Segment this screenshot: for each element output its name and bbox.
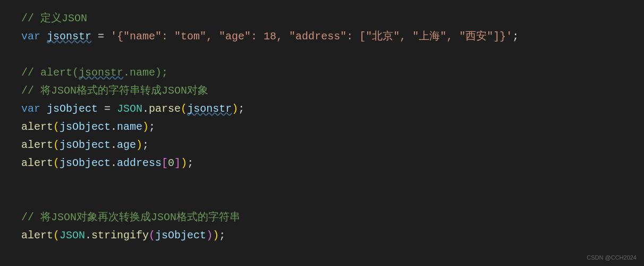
dot: . xyxy=(111,139,117,151)
code-line-5: var jsObject = JSON.parse(jsonstr); xyxy=(21,100,644,118)
variable-jsObject: jsObject xyxy=(60,121,111,133)
dot: . xyxy=(111,121,117,133)
semicolon: ; xyxy=(187,157,193,169)
close-paren-inner: ) xyxy=(206,229,213,242)
dot: . xyxy=(85,229,91,242)
code-line-9: // 将JSON对象再次转换成JSON格式的字符串 xyxy=(21,209,644,227)
function-stringify: stringify xyxy=(91,229,149,242)
code-editor[interactable]: // 定义JSON var jsonstr = '{"name": "tom",… xyxy=(21,10,644,245)
blank-line xyxy=(21,172,644,190)
function-alert: alert xyxy=(21,139,53,151)
open-paren: ( xyxy=(181,103,187,115)
comment-alert: alert xyxy=(40,66,72,79)
open-bracket: [ xyxy=(162,157,168,169)
code-line-8: alert(jsObject.address[0]); xyxy=(21,154,644,172)
equals: = xyxy=(91,30,111,43)
string-literal: '{"name": "tom", "age": 18, "address": [… xyxy=(111,30,512,43)
open-paren-inner: ( xyxy=(149,229,155,242)
object-json: JSON xyxy=(60,229,85,242)
function-alert: alert xyxy=(21,157,53,169)
function-alert: alert xyxy=(21,229,53,242)
close-paren: ) xyxy=(142,121,149,133)
close-bracket: ] xyxy=(174,157,181,169)
close-paren: ) xyxy=(181,157,187,169)
semicolon: ; xyxy=(512,30,519,43)
function-alert: alert xyxy=(21,121,53,133)
comment-jsonstr: jsonstr xyxy=(79,66,123,79)
watermark: CSDN @CCH2024 xyxy=(587,253,637,263)
code-line-1: // 定义JSON xyxy=(21,10,644,28)
code-line-10: alert(JSON.stringify(jsObject)); xyxy=(21,227,644,245)
semicolon: ; xyxy=(219,229,225,242)
variable-jsObject: jsObject xyxy=(60,139,111,151)
dot: . xyxy=(111,157,117,169)
variable-jsObject: jsObject xyxy=(60,157,111,169)
property-name: name xyxy=(117,121,142,133)
open-paren: ( xyxy=(53,157,60,169)
property-age: age xyxy=(117,139,136,151)
semicolon: ; xyxy=(238,103,244,115)
open-paren: ( xyxy=(53,139,60,151)
close-paren: ) xyxy=(232,103,238,115)
open-paren: ( xyxy=(53,229,60,242)
semicolon: ; xyxy=(149,121,155,133)
code-line-3: // alert(jsonstr.name); xyxy=(21,64,644,82)
open-paren: ( xyxy=(53,121,60,133)
blank-line xyxy=(21,46,644,64)
blank-line xyxy=(21,190,644,209)
close-paren: ) xyxy=(213,229,219,242)
comment: // 定义JSON xyxy=(21,12,87,24)
variable-jsObject: jsObject xyxy=(155,229,206,242)
code-line-4: // 将JSON格式的字符串转成JSON对象 xyxy=(21,82,644,100)
code-line-6: alert(jsObject.name); xyxy=(21,118,644,136)
keyword-var: var xyxy=(21,30,40,43)
equals: = xyxy=(98,103,117,115)
variable-jsonstr: jsonstr xyxy=(187,103,232,115)
comment-open: ( xyxy=(72,66,79,79)
code-line-2: var jsonstr = '{"name": "tom", "age": 18… xyxy=(21,28,644,46)
comment-rest: .name); xyxy=(123,66,168,79)
number-zero: 0 xyxy=(168,157,174,169)
property-address: address xyxy=(117,157,162,169)
object-json: JSON xyxy=(117,103,142,115)
keyword-var: var xyxy=(21,103,40,115)
comment: // 将JSON格式的字符串转成JSON对象 xyxy=(21,85,208,97)
dot: . xyxy=(142,103,149,115)
close-paren: ) xyxy=(136,139,142,151)
comment-prefix: // xyxy=(21,66,40,79)
code-line-7: alert(jsObject.age); xyxy=(21,136,644,154)
comment: // 将JSON对象再次转换成JSON格式的字符串 xyxy=(21,211,240,223)
variable-jsObject: jsObject xyxy=(47,103,98,115)
semicolon: ; xyxy=(142,139,149,151)
function-parse: parse xyxy=(149,103,181,115)
variable-jsonstr: jsonstr xyxy=(47,30,91,43)
